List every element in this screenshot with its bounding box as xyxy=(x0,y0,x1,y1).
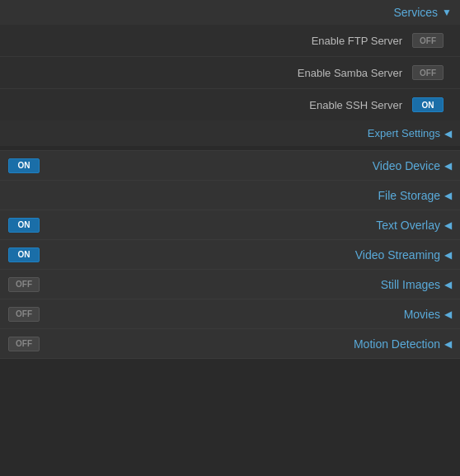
motion-detection-toggle[interactable]: OFF xyxy=(8,337,40,351)
text-overlay-chevron: ◀ xyxy=(444,219,452,231)
movies-toggle-area: OFF xyxy=(8,307,40,322)
file-storage-chevron: ◀ xyxy=(444,190,452,201)
motion-detection-toggle-area: OFF xyxy=(8,337,40,351)
samba-server-row: Enable Samba Server OFF xyxy=(0,57,460,89)
video-streaming-toggle-area: ON xyxy=(8,247,40,262)
text-overlay-title-area: Text Overlay ◀ xyxy=(376,219,452,232)
video-streaming-title-area: Video Streaming ◀ xyxy=(355,248,452,262)
still-images-toggle-area: OFF xyxy=(8,277,40,292)
services-section-header[interactable]: Services ▼ xyxy=(0,0,460,25)
still-images-title-area: Still Images ◀ xyxy=(381,278,452,291)
movies-title-area: Movies ◀ xyxy=(404,308,452,321)
still-images-section[interactable]: OFF Still Images ◀ xyxy=(0,270,460,299)
still-images-toggle[interactable]: OFF xyxy=(8,277,40,292)
samba-server-label: Enable Samba Server xyxy=(298,67,402,79)
file-storage-title-area: File Storage ◀ xyxy=(378,189,452,202)
expert-settings-chevron: ◀ xyxy=(444,128,452,139)
motion-detection-chevron: ◀ xyxy=(444,338,452,350)
movies-title: Movies xyxy=(404,308,440,321)
still-images-title: Still Images xyxy=(381,278,440,291)
text-overlay-title: Text Overlay xyxy=(376,219,440,232)
services-title: Services xyxy=(393,6,438,19)
video-streaming-toggle[interactable]: ON xyxy=(8,247,40,262)
video-device-title: Video Device xyxy=(373,159,440,172)
movies-section[interactable]: OFF Movies ◀ xyxy=(0,299,460,329)
text-overlay-section[interactable]: ON Text Overlay ◀ xyxy=(0,210,460,240)
file-storage-section[interactable]: File Storage ◀ xyxy=(0,181,460,210)
video-streaming-title: Video Streaming xyxy=(355,248,440,262)
expert-settings-link: Expert Settings xyxy=(368,127,440,139)
ftp-server-label: Enable FTP Server xyxy=(312,35,402,47)
text-overlay-toggle-area: ON xyxy=(8,218,40,233)
ftp-server-row: Enable FTP Server OFF xyxy=(0,25,460,57)
file-storage-title: File Storage xyxy=(378,189,440,202)
ssh-server-toggle[interactable]: ON xyxy=(412,97,444,112)
video-streaming-chevron: ◀ xyxy=(444,249,452,261)
motion-detection-section[interactable]: OFF Motion Detection ◀ xyxy=(0,329,460,359)
services-content: Enable FTP Server OFF Enable Samba Serve… xyxy=(0,25,460,120)
ssh-server-label: Enable SSH Server xyxy=(309,99,402,111)
video-device-section[interactable]: ON Video Device ◀ xyxy=(0,151,460,181)
video-device-toggle-area: ON xyxy=(8,158,40,173)
ftp-server-toggle[interactable]: OFF xyxy=(412,33,444,48)
motion-detection-title-area: Motion Detection ◀ xyxy=(354,337,452,351)
video-device-toggle[interactable]: ON xyxy=(8,158,40,173)
expert-settings-row[interactable]: Expert Settings ◀ xyxy=(0,120,460,146)
video-device-chevron: ◀ xyxy=(444,160,452,172)
video-streaming-section[interactable]: ON Video Streaming ◀ xyxy=(0,240,460,270)
text-overlay-toggle[interactable]: ON xyxy=(8,218,40,233)
still-images-chevron: ◀ xyxy=(444,279,452,290)
movies-chevron: ◀ xyxy=(444,309,452,320)
ssh-server-row: Enable SSH Server ON xyxy=(0,89,460,120)
motion-detection-title: Motion Detection xyxy=(354,337,440,351)
services-chevron: ▼ xyxy=(442,7,452,18)
movies-toggle[interactable]: OFF xyxy=(8,307,40,322)
samba-server-toggle[interactable]: OFF xyxy=(412,65,444,80)
video-device-title-area: Video Device ◀ xyxy=(373,159,452,172)
